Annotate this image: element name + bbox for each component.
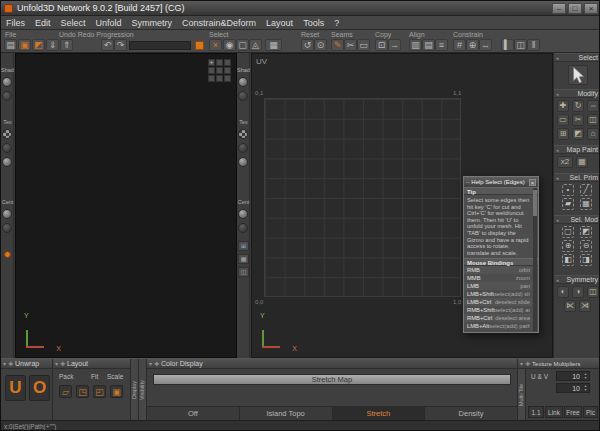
visibility-vertical-tab[interactable]: Visibility (139, 359, 147, 421)
material-sphere-icon[interactable] (2, 157, 12, 167)
seam-knife-icon[interactable]: ✂ (344, 39, 357, 51)
magnet-select-icon[interactable]: ◉ (223, 39, 236, 51)
export-icon[interactable]: ⇑ (60, 39, 73, 51)
minimize-button[interactable]: – (552, 3, 566, 14)
viewport-3d[interactable]: + Y X (15, 53, 237, 358)
sidebar-section-sel-mod[interactable]: ◂ Sel. Mod (554, 215, 600, 224)
spin-down-icon[interactable]: ▾ (584, 388, 586, 392)
selmod-left-icon[interactable]: ◧ (562, 254, 574, 266)
panel-toggle-icon[interactable]: ▍ (501, 39, 514, 51)
help-close-icon[interactable]: × (529, 179, 536, 186)
rotate-tool-icon[interactable]: ↻ (572, 100, 584, 112)
symmetry-mirror-l-icon[interactable]: ⋉ (564, 300, 576, 312)
uv-center-view-icon[interactable] (238, 209, 248, 219)
unfold-button[interactable]: U (5, 375, 26, 401)
symmetry-left-icon[interactable]: ◐ (557, 286, 569, 298)
pivot-icon[interactable] (4, 251, 11, 258)
menu-constrain-deform[interactable]: Constrain&Deform (177, 18, 261, 28)
copy-uv-icon[interactable]: ⊡ (375, 39, 388, 51)
undo-icon[interactable]: ↶ (101, 39, 114, 51)
v-multiplier-field[interactable]: 10 ▴▾ (556, 383, 590, 393)
viewport-layout-cell[interactable] (208, 75, 215, 82)
ratio-button[interactable]: 1.1 (528, 406, 544, 418)
pic-button[interactable]: Pic (583, 406, 598, 418)
collapse-icon[interactable]: ▾ (149, 360, 152, 367)
open-file-icon[interactable]: ▣ (18, 39, 31, 51)
uv-shaded-sphere-icon[interactable] (238, 77, 248, 87)
collapse-icon[interactable]: ▾ (3, 360, 6, 367)
frame-selection-icon[interactable] (2, 223, 12, 233)
menu-tools[interactable]: Tools (298, 18, 329, 28)
selmod-grow-icon[interactable]: ⊕ (562, 240, 574, 252)
symmetry-plane-icon[interactable]: ◫ (587, 286, 599, 298)
menu-symmetry[interactable]: Symmetry (127, 18, 178, 28)
viewport-layout-cell[interactable] (208, 67, 215, 74)
pack-tab[interactable]: Pack (59, 373, 73, 380)
uv-frame-selection-icon[interactable] (238, 223, 248, 233)
viewport-layout-add-icon[interactable]: + (208, 59, 215, 66)
symmetry-right-icon[interactable]: ◑ (572, 286, 584, 298)
weld-tool-icon[interactable]: ◫ (587, 114, 599, 126)
mode-stretch-button[interactable]: Stretch (333, 407, 426, 420)
collapse-icon[interactable]: ▾ (55, 360, 58, 367)
paste-uv-icon[interactable]: → (388, 39, 401, 51)
scale-tab[interactable]: Scale (107, 373, 123, 380)
wireframe-sphere-icon[interactable] (2, 91, 12, 101)
uv-wireframe-sphere-icon[interactable] (238, 91, 248, 101)
sidebar-section-map-paint[interactable]: ◂ Map Paint (554, 145, 600, 154)
viewport-layout-cell[interactable] (224, 59, 231, 66)
cut-tool-icon[interactable]: ✂ (572, 114, 584, 126)
collapse-icon[interactable]: ▾ (520, 360, 523, 367)
home-tool-icon[interactable]: ⌂ (587, 128, 599, 140)
align-distribute-icon[interactable]: ≡ (435, 39, 448, 51)
menu-edit[interactable]: Edit (30, 18, 56, 28)
uv-grid[interactable] (264, 98, 461, 297)
progression-stop-button[interactable] (195, 41, 204, 50)
select-island-icon[interactable]: ▦ (580, 198, 592, 210)
maximize-button[interactable]: □ (568, 3, 582, 14)
link-button[interactable]: Link (545, 406, 563, 418)
u-spinner-arrows[interactable]: ▴▾ (582, 372, 589, 380)
menu-unfold[interactable]: Unfold (91, 18, 127, 28)
plus-icon[interactable]: ✚ (8, 360, 13, 367)
sidebar-section-modify[interactable]: ◂ Modify (554, 89, 600, 98)
import-icon[interactable]: ⇓ (46, 39, 59, 51)
plus-icon[interactable]: ✚ (60, 360, 65, 367)
menu-files[interactable]: Files (1, 18, 30, 28)
split-view-icon[interactable]: ◫ (514, 39, 527, 51)
brush-select-icon[interactable]: ◬ (249, 39, 262, 51)
layout-panel-header[interactable]: ▾ ✚ Layout (53, 359, 130, 369)
constrain-pin-icon[interactable]: ⊕ (466, 39, 479, 51)
selmod-box-icon[interactable]: ▢ (562, 226, 574, 238)
selmod-invert-icon[interactable]: ◩ (580, 226, 592, 238)
select-edge-icon[interactable]: ╱ (580, 184, 592, 196)
multi-tile-vertical-tab[interactable]: Multi-Tile (518, 369, 526, 421)
uv-material-sphere-icon[interactable] (238, 157, 248, 167)
display-vertical-tab[interactable]: Display (131, 359, 139, 421)
help-panel-titlebar[interactable]: – Help Select (Edges) × (464, 177, 538, 187)
pack-alt-icon[interactable]: ◳ (76, 385, 89, 398)
map-grid-icon[interactable]: ▦ (576, 156, 588, 168)
fit-icon[interactable]: ◰ (93, 385, 106, 398)
sidebar-section-sel-prim[interactable]: ◂ Sel. Prim (554, 173, 600, 182)
menu-select[interactable]: Select (56, 18, 91, 28)
uv-tile-icon[interactable]: ▦ (238, 254, 249, 264)
menu-help[interactable]: ? (329, 18, 344, 28)
redo-icon[interactable]: ↷ (114, 39, 127, 51)
flip-tool-icon[interactable]: ◩ (572, 128, 584, 140)
checker-texture-icon[interactable] (2, 129, 12, 139)
free-button[interactable]: Free (564, 406, 582, 418)
selmod-right-icon[interactable]: ◨ (580, 254, 592, 266)
viewport-layout-cell[interactable] (216, 59, 223, 66)
sidebar-section-symmetry[interactable]: ◂ Symmetry (554, 275, 600, 284)
help-collapse-icon[interactable]: – (466, 179, 469, 185)
uv-snap-grid-icon[interactable]: ⊞ (238, 241, 249, 251)
new-file-icon[interactable]: ▤ (4, 39, 17, 51)
symmetry-mirror-r-icon[interactable]: ⋊ (579, 300, 591, 312)
align-vertical-icon[interactable]: ▥ (409, 39, 422, 51)
menu-layout[interactable]: Layout (261, 18, 298, 28)
seam-pen-icon[interactable]: ✎ (331, 39, 344, 51)
move-tool-icon[interactable]: ✚ (557, 100, 569, 112)
unwrap-panel-header[interactable]: ▾ ✚ Unwrap (1, 359, 52, 369)
grid-view-icon[interactable]: ▦ (265, 39, 282, 51)
